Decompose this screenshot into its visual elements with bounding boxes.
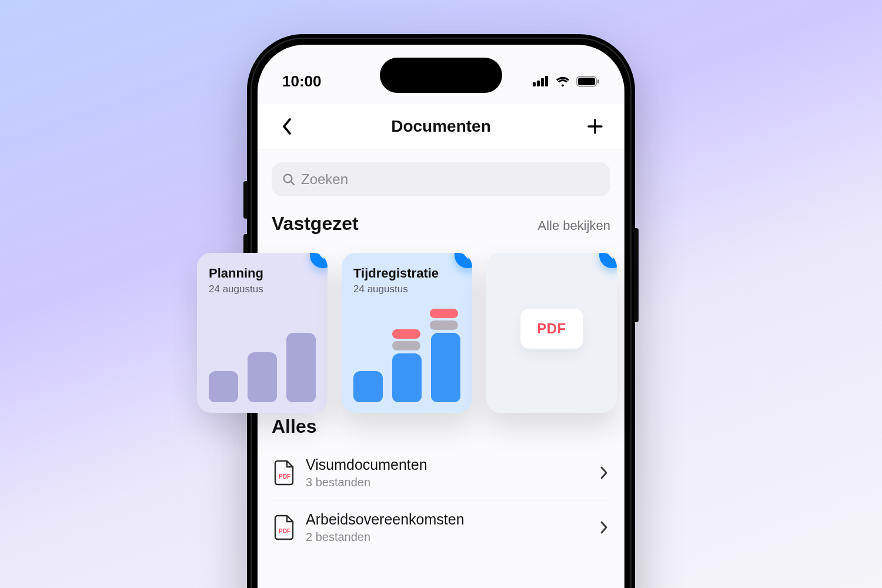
status-time: 10:00 bbox=[282, 72, 322, 91]
search-input[interactable]: Zoeken bbox=[272, 162, 610, 196]
pin-icon bbox=[599, 253, 617, 268]
pinned-card-pdf[interactable]: PDF bbox=[486, 253, 617, 413]
back-button[interactable] bbox=[275, 115, 299, 138]
nav-bar: Documenten bbox=[258, 103, 624, 149]
list-item[interactable]: PDF Arbeidsovereenkomsten 2 bestanden bbox=[272, 500, 610, 554]
pinned-section-title: Vastgezet bbox=[272, 213, 359, 235]
pdf-badge: PDF bbox=[520, 309, 583, 349]
svg-rect-3 bbox=[545, 76, 548, 86]
pinned-cards: Planning 24 augustus Tijdregistratie 24 … bbox=[197, 253, 617, 413]
plus-icon bbox=[587, 118, 603, 135]
card-date: 24 augustus bbox=[353, 283, 460, 295]
battery-icon bbox=[576, 76, 600, 87]
dynamic-island bbox=[380, 58, 502, 93]
side-button bbox=[634, 228, 639, 322]
svg-rect-2 bbox=[541, 78, 544, 86]
list-item-subtitle: 3 bestanden bbox=[306, 476, 589, 489]
chevron-right-icon bbox=[600, 466, 608, 480]
svg-text:PDF: PDF bbox=[279, 528, 290, 534]
list-item[interactable]: PDF Visumdocumenten 3 bestanden bbox=[272, 446, 610, 500]
pdf-doc-icon: PDF bbox=[274, 460, 295, 486]
all-section-title: Alles bbox=[272, 416, 610, 437]
wifi-icon bbox=[555, 75, 570, 87]
pdf-doc-icon: PDF bbox=[274, 514, 295, 540]
list-item-subtitle: 2 bestanden bbox=[306, 530, 589, 544]
documents-list: PDF Visumdocumenten 3 bestanden PDF Arbe… bbox=[272, 446, 610, 554]
search-placeholder: Zoeken bbox=[301, 171, 348, 188]
card-title: Planning bbox=[209, 266, 316, 281]
add-button[interactable] bbox=[583, 115, 607, 138]
cellular-icon bbox=[533, 76, 549, 86]
list-item-title: Arbeidsovereenkomsten bbox=[306, 511, 589, 528]
svg-rect-5 bbox=[578, 78, 595, 85]
page-title: Documenten bbox=[391, 117, 491, 136]
pinned-card-tijdregistratie[interactable]: Tijdregistratie 24 augustus bbox=[342, 253, 472, 413]
chevron-right-icon bbox=[600, 520, 608, 534]
side-button bbox=[243, 181, 248, 219]
pinned-card-planning[interactable]: Planning 24 augustus bbox=[197, 253, 328, 413]
svg-rect-0 bbox=[533, 82, 536, 86]
chevron-left-icon bbox=[282, 118, 292, 135]
svg-rect-1 bbox=[537, 81, 540, 86]
list-item-title: Visumdocumenten bbox=[306, 456, 589, 473]
search-icon bbox=[282, 173, 295, 186]
svg-text:PDF: PDF bbox=[279, 473, 290, 480]
svg-rect-6 bbox=[597, 79, 599, 83]
bar-chart-icon bbox=[209, 333, 316, 402]
card-title: Tijdregistratie bbox=[353, 266, 460, 281]
svg-line-10 bbox=[291, 182, 294, 185]
card-date: 24 augustus bbox=[209, 283, 316, 295]
pinned-view-all-link[interactable]: Alle bekijken bbox=[537, 218, 610, 233]
